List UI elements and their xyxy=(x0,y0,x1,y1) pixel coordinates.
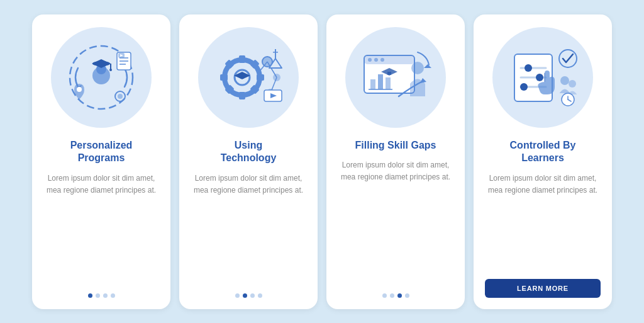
svg-point-60 xyxy=(520,83,528,91)
dot-1-2 xyxy=(96,293,100,298)
dot-3-2 xyxy=(390,293,394,298)
dot-2-3 xyxy=(250,293,255,298)
card-body-3: Lorem ipsum dolor sit dim amet, mea regi… xyxy=(338,159,453,284)
dot-1-1 xyxy=(88,293,92,298)
svg-point-44 xyxy=(380,58,384,62)
illustration-svg-3 xyxy=(355,37,436,118)
svg-marker-4 xyxy=(92,59,111,68)
svg-point-51 xyxy=(411,62,424,74)
card-title-3: Filling Skill Gaps xyxy=(355,139,436,152)
svg-marker-53 xyxy=(424,64,431,68)
dot-2-1 xyxy=(235,293,240,298)
card-title-2: Using Technology xyxy=(221,139,277,166)
svg-rect-22 xyxy=(220,74,228,81)
svg-point-63 xyxy=(560,76,569,85)
svg-point-17 xyxy=(118,94,123,99)
card-illustration-2 xyxy=(198,27,299,128)
svg-point-15 xyxy=(77,87,82,92)
svg-rect-21 xyxy=(239,92,245,99)
svg-point-62 xyxy=(559,50,577,67)
card-body-4: Lorem ipsum dolor sit dim amet, mea regi… xyxy=(485,173,601,269)
card-dots-2 xyxy=(235,293,262,298)
svg-rect-48 xyxy=(378,74,383,89)
svg-point-59 xyxy=(536,74,543,81)
svg-rect-29 xyxy=(240,76,244,79)
card-illustration-1 xyxy=(51,27,152,128)
card-illustration-4 xyxy=(492,27,593,128)
dot-3-4 xyxy=(405,293,409,298)
svg-rect-20 xyxy=(239,55,245,63)
card-illustration-3 xyxy=(345,27,446,128)
illustration-svg-2 xyxy=(208,37,289,118)
illustration-svg-1 xyxy=(60,37,142,118)
illustration-svg-4 xyxy=(502,37,584,118)
dot-3-1 xyxy=(382,293,387,298)
svg-point-6 xyxy=(109,69,112,71)
svg-rect-49 xyxy=(386,77,391,89)
svg-rect-47 xyxy=(370,79,375,89)
svg-rect-23 xyxy=(257,74,264,81)
card-dots-3 xyxy=(382,293,409,298)
card-body-2: Lorem ipsum dolor sit dim amet, mea regi… xyxy=(191,173,306,284)
card-using-technology: Using Technology Lorem ipsum dolor sit d… xyxy=(179,14,318,309)
card-filling-skill-gaps: Filling Skill Gaps Lorem ipsum dolor sit… xyxy=(326,14,465,309)
svg-point-64 xyxy=(569,80,576,88)
svg-rect-46 xyxy=(387,72,391,75)
svg-point-58 xyxy=(525,64,532,72)
card-title-1: Personalized Programs xyxy=(70,139,133,166)
learn-more-button[interactable]: LEARN MORE xyxy=(485,279,601,298)
card-dots-1 xyxy=(88,293,115,298)
dot-1-3 xyxy=(103,293,108,298)
card-body-1: Lorem ipsum dolor sit dim amet, mea regi… xyxy=(43,173,159,284)
dot-3-3 xyxy=(397,293,402,298)
card-controlled-by-learners: Controlled By Learners Lorem ipsum dolor… xyxy=(474,14,612,309)
dot-2-2 xyxy=(243,293,247,298)
cards-container: Personalized Programs Lorem ipsum dolor … xyxy=(0,0,644,323)
dot-1-4 xyxy=(111,293,115,298)
dot-2-4 xyxy=(258,293,262,298)
card-title-4: Controlled By Learners xyxy=(510,139,576,166)
svg-point-42 xyxy=(368,58,372,62)
svg-point-43 xyxy=(374,58,378,62)
card-personalized-programs: Personalized Programs Lorem ipsum dolor … xyxy=(32,14,170,309)
